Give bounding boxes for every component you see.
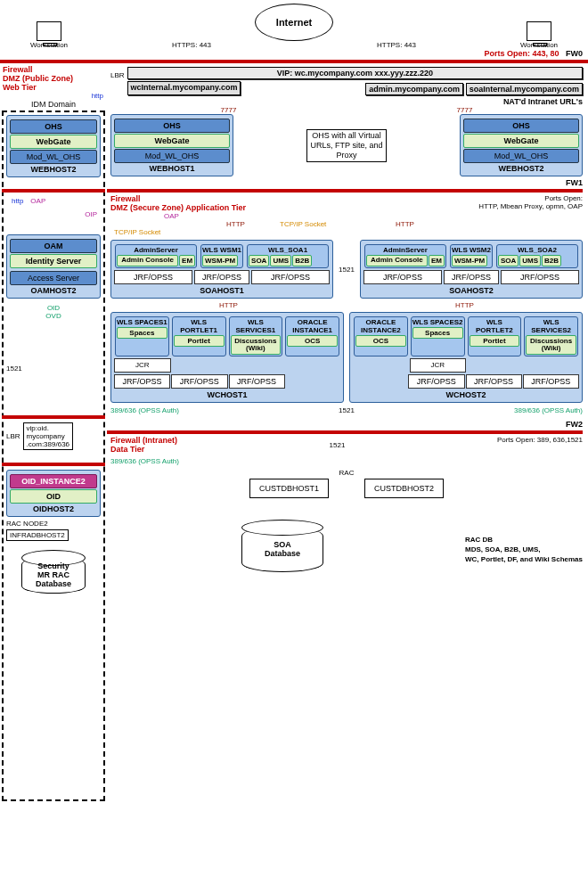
wchost1: WLS SPACES1Spaces WLS PORTLET1Portlet WL… (110, 312, 344, 403)
http-label: http (12, 197, 23, 205)
wcinternal-box: wcInternal.mycompany.com (127, 81, 241, 95)
soahost1: AdminServer Admin ConsoleEM WLS WSM1WSM-… (110, 240, 333, 299)
wchost2: ORACLE INSTANCE2OCS WLS SPACES2Spaces WL… (349, 312, 583, 403)
oip-label: OIP (6, 210, 97, 218)
racdb-label: RAC DB MDS, SOA, B2B, UMS, WC, Portlet, … (465, 535, 583, 564)
port-7777: 7777 (457, 106, 473, 114)
soa-database: SOA Database (241, 527, 323, 572)
oid-host: OID_INSTANCE2 OID OIDHOST2 (6, 470, 101, 517)
tcpip-label: TCP/IP Socket (114, 228, 583, 236)
oid-label: OID (47, 304, 60, 312)
zone-title: Data Tier (110, 445, 144, 454)
zone-title: Firewall (3, 65, 104, 74)
fw0-label: FW0 (566, 49, 583, 58)
soahost2: AdminServer Admin ConsoleEM WLS WSM2WSM-… (360, 240, 583, 299)
fw2-label: FW2 (566, 420, 583, 429)
oam-host: OAM Identity Server Access Server OAMHOS… (6, 234, 101, 299)
firewall-fw1 (107, 189, 583, 193)
security-db: Security MR RAC Database (21, 557, 86, 594)
internet-cloud: Internet (255, 4, 333, 41)
ports-open-web: Ports Open: 443, 80 (484, 49, 559, 58)
soainternal-box: soaInternal.mycompany.com (466, 83, 583, 95)
infradb-box: INFRADBHOST2 (6, 529, 69, 541)
firewall-fw0 (0, 60, 588, 63)
idm-domain-box: OHS WebGate Mod_WL_OHS WEBHOST2 http OAP… (2, 111, 105, 801)
port-1521: 1521 (339, 266, 355, 274)
opss-label: 389/636 (OPSS Auth) (514, 406, 583, 414)
https-labels: HTTPS: 443HTTPS: 443 (89, 41, 499, 49)
ohs-note: OHS with all Virtual URLs, FTP site, and… (306, 129, 387, 162)
port-7777: 7777 (221, 106, 237, 114)
opss-label: 389/636 (OPSS Auth) (110, 406, 179, 414)
tcpip-label: TCP/IP Socket (280, 220, 326, 228)
zone-title: DMZ (Secure Zone) Application Tier (110, 203, 246, 212)
admin-box: admin.mycompany.com (365, 83, 463, 95)
vip-box: VIP: wc.mycompany.com xxx.yyy.zzz.220 (127, 67, 583, 79)
nat-label: NAT'd Intranet URL's (127, 97, 583, 106)
opss-label: 389/636 (OPSS Auth) (110, 457, 583, 465)
port-1521: 1521 (330, 441, 346, 449)
ovd-label: OVD (45, 312, 61, 320)
workstation-left: Workstation (9, 21, 89, 49)
workstation-right: Workstation (499, 21, 579, 49)
zone-title: Firewall (110, 194, 141, 203)
oap-label: OAP (164, 212, 179, 220)
http-label: http (0, 92, 107, 100)
custdbhost1: CUSTDBHOST1 (249, 479, 329, 498)
http-label: HTTP (226, 220, 245, 228)
custdbhost2: CUSTDBHOST2 (364, 479, 444, 498)
rac-node-label: RAC NODE2 (6, 520, 101, 528)
firewall-fw2 (107, 430, 583, 434)
rac-label: RAC (110, 469, 583, 477)
webhost2: OHS WebGate Mod_WL_OHS WEBHOST2 (460, 114, 583, 176)
zone-title: Firewall (Intranet) (110, 436, 177, 445)
idm-domain-label: IDM Domain (0, 100, 107, 109)
http-label: HTTP (455, 301, 474, 309)
idm-ohs-host: OHS WebGate Mod_WL_OHS WEBHOST2 (6, 115, 101, 177)
port-1521: 1521 (6, 365, 101, 373)
oap-label: OAP (30, 197, 45, 205)
ports-open-data: Ports Open: 389, 636,1521 (497, 436, 583, 454)
port-1521: 1521 (339, 406, 355, 414)
zone-title: DMZ (Public Zone) (3, 74, 104, 83)
lbr-label: LBR (6, 432, 20, 440)
webhost1: OHS WebGate Mod_WL_OHS WEBHOST1 (110, 114, 233, 176)
lbr-label: LBR (110, 71, 125, 79)
vip-oid-box: vip:oid. mycompany .com:389/636 (23, 422, 73, 450)
http-label: HTTP (219, 301, 238, 309)
zone-title: Web Tier (3, 83, 104, 92)
fw1-label: FW1 (566, 178, 583, 187)
ports-open-app: Ports Open: HTTP, Mbean Proxy, opmn, OAP (478, 194, 583, 212)
http-label: HTTP (396, 220, 414, 228)
